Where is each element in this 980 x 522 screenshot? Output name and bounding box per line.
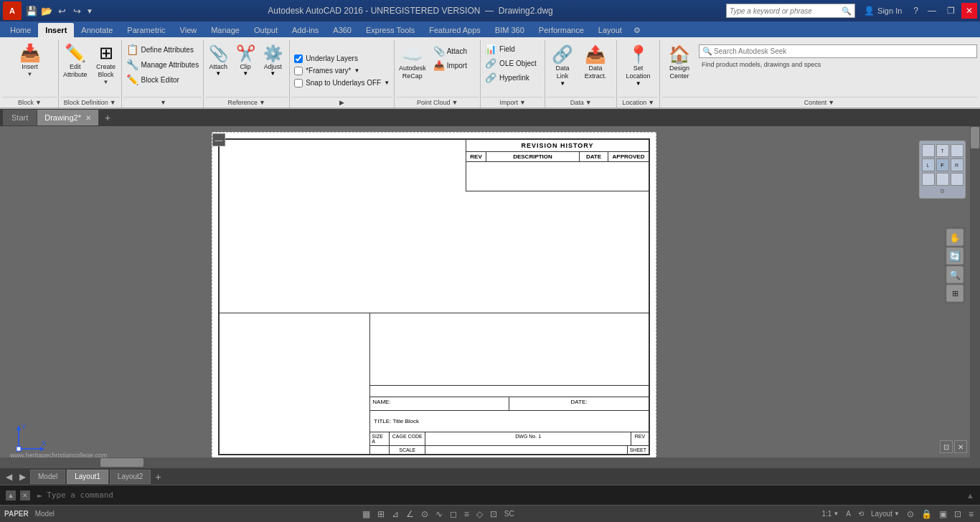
tab-output[interactable]: Output bbox=[247, 23, 285, 37]
content-expand[interactable]: ▼ bbox=[828, 99, 834, 106]
tab-layout[interactable]: Layout bbox=[591, 23, 629, 37]
block-definition-expand[interactable]: ▼ bbox=[110, 99, 116, 106]
nav-orbit-button[interactable]: 🔄 bbox=[946, 247, 963, 265]
anno-sync-btn[interactable]: ⟲ bbox=[856, 509, 866, 518]
set-location-button[interactable]: 📍 SetLocation ▼ bbox=[621, 43, 656, 88]
create-block-button[interactable]: ⊞ CreateBlock ▼ bbox=[93, 43, 120, 87]
autodesk-recap-button[interactable]: ☁️ AutodeskReCap bbox=[396, 43, 429, 82]
workspace-switcher[interactable]: Layout ▼ bbox=[869, 509, 902, 518]
tab-insert[interactable]: Insert bbox=[38, 23, 74, 37]
design-center-button[interactable]: 🏠 DesignCenter bbox=[661, 43, 697, 82]
ole-object-button[interactable]: 🔗 OLE Object bbox=[482, 57, 543, 70]
layout-tab-model[interactable]: Model bbox=[30, 470, 65, 484]
layout-tab-layout2[interactable]: Layout2 bbox=[110, 470, 151, 484]
nav-extent-button[interactable]: ⊞ bbox=[946, 285, 963, 302]
command-expand-btn[interactable]: ▲ bbox=[966, 491, 974, 500]
frames-vary-checkbox[interactable]: *Frames vary* ▼ bbox=[291, 66, 392, 76]
nav-cube-top-right[interactable] bbox=[951, 144, 963, 157]
paper-maximize-btn[interactable]: ⊡ bbox=[940, 440, 953, 453]
import-expand[interactable]: ▼ bbox=[519, 99, 526, 106]
anno-visibility-btn[interactable]: A bbox=[844, 509, 853, 518]
ducs-toggle[interactable]: ◻ bbox=[448, 508, 459, 520]
tab-home[interactable]: Home bbox=[3, 23, 38, 37]
keyword-search-input[interactable] bbox=[730, 7, 840, 15]
tab-performance[interactable]: Performance bbox=[532, 23, 591, 37]
insert-button[interactable]: 📥 Insert ▼ bbox=[17, 43, 44, 79]
tab-manage[interactable]: Manage bbox=[204, 23, 247, 37]
nav-cube-top-left[interactable] bbox=[922, 144, 935, 157]
adjust-button[interactable]: ⚙️ Adjust ▼ bbox=[260, 43, 286, 78]
command-input[interactable] bbox=[47, 490, 962, 500]
tab-parametric[interactable]: Parametric bbox=[120, 23, 172, 37]
minimize-btn[interactable]: — bbox=[924, 3, 940, 19]
isolate-btn[interactable]: ⊙ bbox=[905, 508, 916, 520]
clip-button[interactable]: ✂️ Clip ▼ bbox=[232, 43, 258, 78]
open-btn[interactable]: 📂 bbox=[39, 4, 54, 18]
block-editor-button[interactable]: ✏️ Block Editor bbox=[123, 72, 202, 87]
tab-annotate[interactable]: Annotate bbox=[74, 23, 120, 37]
new-tab-button[interactable]: + bbox=[99, 110, 116, 125]
block-def-expand[interactable]: ▼ bbox=[160, 99, 166, 106]
paper-restore-btn[interactable]: ✕ bbox=[954, 440, 967, 453]
restore-btn[interactable]: ❐ bbox=[943, 3, 958, 19]
customize-btn[interactable]: ≡ bbox=[966, 508, 976, 520]
tab-addins[interactable]: Add-ins bbox=[285, 23, 326, 37]
otrack-toggle[interactable]: ∿ bbox=[433, 508, 445, 520]
nav-cube-top[interactable]: T bbox=[936, 144, 949, 157]
define-attributes-button[interactable]: 📋 Define Attributes bbox=[123, 42, 202, 57]
model-space-btn[interactable]: Model bbox=[33, 509, 57, 518]
nav-pan-button[interactable]: ✋ bbox=[946, 229, 963, 246]
data-link-button[interactable]: 🔗 DataLink ▼ bbox=[547, 43, 578, 88]
scroll-bar-vertical[interactable] bbox=[970, 126, 980, 468]
lock-ui-btn[interactable]: 🔒 bbox=[919, 508, 934, 520]
reference-expand[interactable]: ▼ bbox=[259, 99, 265, 106]
point-cloud-expand[interactable]: ▼ bbox=[451, 99, 458, 106]
grid-toggle[interactable]: ⊞ bbox=[375, 508, 387, 520]
scroll-bar-horizontal[interactable] bbox=[0, 457, 970, 468]
nav-zoom-button[interactable]: 🔍 bbox=[946, 266, 963, 283]
close-tab-icon[interactable]: ✕ bbox=[85, 114, 91, 122]
nav-cube[interactable]: T L F R ⊙ bbox=[919, 141, 966, 199]
attach-button[interactable]: 📎 Attach ▼ bbox=[205, 43, 231, 78]
tab-view[interactable]: View bbox=[173, 23, 204, 37]
underlay-panel-more[interactable]: ▶ bbox=[339, 99, 344, 106]
nav-cube-bot[interactable] bbox=[936, 173, 949, 186]
data-extraction-button[interactable]: 📤 DataExtract. bbox=[580, 43, 611, 82]
save-btn[interactable]: 💾 bbox=[24, 4, 39, 18]
osnap-toggle[interactable]: ⊙ bbox=[419, 508, 430, 520]
add-layout-button[interactable]: + bbox=[152, 471, 164, 483]
tab-featured[interactable]: Featured Apps bbox=[422, 23, 488, 37]
command-scroll-up[interactable]: ▲ bbox=[6, 490, 16, 500]
nav-cube-bot-left[interactable] bbox=[922, 173, 935, 186]
help-btn[interactable]: ? bbox=[910, 4, 921, 17]
doc-tab-drawing2[interactable]: Drawing2* ✕ bbox=[37, 110, 99, 125]
sign-in-area[interactable]: 👤 Sign In bbox=[864, 6, 902, 16]
qp-toggle[interactable]: ⊡ bbox=[488, 508, 499, 520]
doc-tab-start[interactable]: Start bbox=[3, 110, 37, 125]
edit-attribute-button[interactable]: ✏️ EditAttribute bbox=[60, 43, 90, 80]
linking-expand[interactable]: ▼ bbox=[648, 99, 654, 106]
snap-underlays-checkbox[interactable]: Snap to Underlays OFF ▼ bbox=[291, 78, 392, 88]
qa-more-btn[interactable]: ▼ bbox=[85, 4, 95, 18]
lw-toggle[interactable]: ≡ bbox=[462, 508, 471, 520]
hardware-accel-btn[interactable]: ▣ bbox=[937, 508, 949, 520]
transparency-toggle[interactable]: ◇ bbox=[474, 508, 485, 520]
sc-toggle[interactable]: SC bbox=[502, 509, 517, 518]
layout-tab-nav-prev[interactable]: ◀ bbox=[3, 472, 15, 482]
redo-btn[interactable]: ↪ bbox=[70, 4, 84, 18]
fullscreen-btn[interactable]: ⊡ bbox=[952, 508, 963, 520]
field-button[interactable]: 📊 Field bbox=[482, 42, 543, 56]
import-pc-button[interactable]: 📥 Import bbox=[430, 59, 470, 72]
underlay-layers-checkbox[interactable]: Underlay Layers bbox=[291, 54, 392, 64]
nav-cube-bot-right[interactable] bbox=[951, 173, 963, 186]
snap-toggle[interactable]: ▦ bbox=[360, 508, 372, 520]
data-expand[interactable]: ▼ bbox=[585, 99, 592, 106]
seek-search-input[interactable] bbox=[714, 47, 974, 55]
block-expand-icon[interactable]: ▼ bbox=[35, 99, 42, 106]
keyword-search[interactable]: 🔍 bbox=[726, 4, 855, 18]
seek-search-box[interactable]: 🔍 bbox=[699, 44, 977, 58]
tab-express[interactable]: Express Tools bbox=[359, 23, 422, 37]
layout-tab-nav-next[interactable]: ▶ bbox=[17, 472, 29, 482]
close-btn[interactable]: ✕ bbox=[961, 3, 977, 19]
nav-cube-left[interactable]: L bbox=[922, 158, 935, 171]
